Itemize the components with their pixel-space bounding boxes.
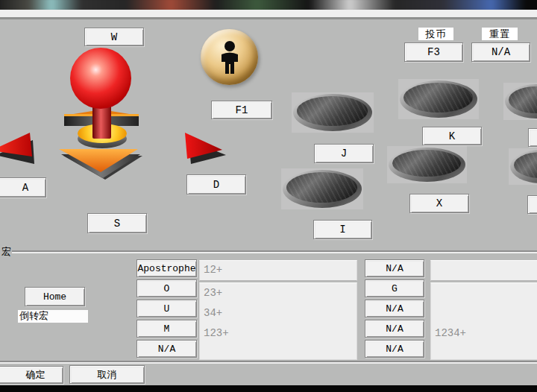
right-arrow-graphic [183,131,228,168]
macro-key-button-10[interactable]: N/A [365,340,424,358]
macro-value-field-9[interactable]: 1234+ [431,323,537,344]
dialog-top-band [0,10,537,19]
macro-key-button-3[interactable]: U [136,300,197,317]
button2-key-button[interactable]: I [313,220,372,239]
person-icon [216,40,244,75]
coin-key-button[interactable]: F3 [404,42,463,62]
macro-value-list-left[interactable]: 23+ 34+ 123+ [199,282,357,360]
input-mapping-dialog: W A D S [0,0,537,392]
action-pad-4 [387,146,467,183]
coin-label: 投币 [418,28,453,40]
macro-group-border-bottom [0,361,537,362]
left-arrow-graphic [0,131,34,171]
cancel-button[interactable]: 取消 [69,365,145,384]
macro-group-label: 宏 [1,245,11,259]
action-pad-1 [292,92,374,133]
button3-key-button[interactable]: K [422,127,482,145]
macro-value-field-1[interactable]: 12+ [199,260,357,281]
macro-key-button-5[interactable]: N/A [136,340,197,358]
macro-home-key-button[interactable]: Home [25,287,85,306]
action-pad-6 [509,148,537,185]
down-key-button[interactable]: S [87,213,147,233]
right-key-button[interactable]: D [186,174,246,195]
ok-button[interactable]: 确定 [0,366,63,384]
left-key-button[interactable]: A [0,177,46,197]
macro-group-border [12,250,537,252]
macro-value-field-2[interactable]: 23+ [200,283,357,303]
macro-key-button-6[interactable]: N/A [365,259,424,277]
macro-key-button-2[interactable]: O [136,279,197,297]
button1-key-button[interactable]: J [314,144,374,163]
start-key-button[interactable]: F1 [211,101,272,119]
macro-value-field-4[interactable]: 123+ [200,323,357,344]
reset-key-button[interactable]: N/A [471,42,530,62]
macro-value-field-3[interactable]: 34+ [200,303,357,323]
macro-key-button-8[interactable]: N/A [365,300,424,317]
macro-reverse-field[interactable]: 倒转宏 [18,310,88,323]
up-key-button[interactable]: W [84,28,144,46]
button5-key-button[interactable] [528,128,537,147]
macro-value-list-right[interactable]: 1234+ [430,282,537,360]
background-game-strip [0,0,537,10]
action-pad-5 [503,83,537,120]
player-icon [201,29,258,85]
macro-key-button-1[interactable]: Apostrophe [136,259,197,277]
macro-key-button-9[interactable]: N/A [365,320,424,338]
macro-value-field-6[interactable] [430,260,537,281]
down-arrow-graphic [59,148,145,181]
macro-key-button-4[interactable]: M [136,320,197,338]
macro-value-field-8[interactable] [431,303,537,323]
action-pad-2 [281,168,363,209]
reset-label: 重置 [482,28,518,40]
button4-key-button[interactable]: X [409,194,469,213]
button6-key-button[interactable] [527,195,537,214]
bottom-black-bar [0,385,537,392]
macro-value-field-7[interactable] [431,283,537,303]
macro-key-button-7[interactable]: G [365,279,424,297]
action-pad-3 [398,79,479,119]
joystick-ball [70,48,131,109]
